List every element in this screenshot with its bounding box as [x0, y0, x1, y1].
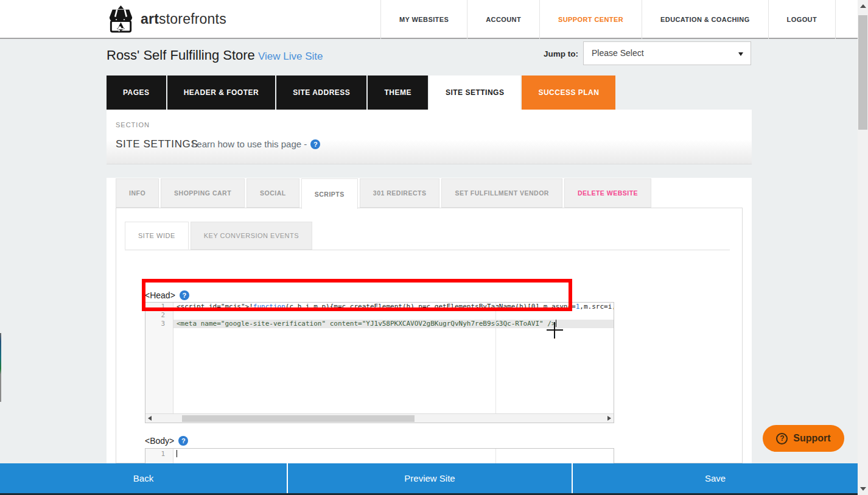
logo-word-storefronts: storefronts	[159, 11, 226, 27]
tab-scripts[interactable]: SCRIPTS	[301, 178, 358, 209]
code-text: ,m.src=i,p	[579, 303, 614, 311]
editor-ruler	[495, 303, 496, 413]
head-editor-label: <Head> ?	[145, 290, 189, 300]
scroll-left-arrow-icon[interactable]	[148, 416, 152, 421]
text-caret	[556, 320, 556, 327]
body-label-text: <Body>	[145, 436, 174, 446]
head-label-text: <Head>	[145, 290, 175, 300]
jump-to-select[interactable]: Please Select	[583, 41, 751, 65]
settings-tab-bar: INFO SHOPPING CART SOCIAL SCRIPTS 301 RE…	[116, 178, 651, 209]
section-kicker: SECTION	[116, 121, 150, 128]
logo-word-art: art	[141, 11, 159, 27]
page-title: Ross' Self Fulfilling Store	[107, 47, 255, 63]
nav-item-support-center[interactable]: SUPPORT CENTER	[540, 0, 642, 39]
scrollbar-thumb[interactable]	[858, 15, 867, 130]
jump-to-selected-value: Please Select	[592, 48, 644, 58]
code-line-1	[174, 450, 614, 458]
code-text: <meta name="google-site-verification" co…	[177, 320, 556, 328]
line-number: 2	[153, 311, 165, 320]
save-button[interactable]: Save	[573, 463, 858, 493]
tab-site-address[interactable]: SITE ADDRESS	[276, 75, 366, 110]
scripts-tab-content: SITE WIDE KEY CONVERSION EVENTS <Head> ?…	[116, 208, 743, 463]
back-button[interactable]: Back	[0, 463, 287, 493]
page-scrollbar[interactable]	[858, 0, 868, 495]
question-circle-icon: ?	[776, 433, 788, 444]
head-editor-h-scrollbar[interactable]	[145, 413, 614, 423]
footer-action-bar: Back Preview Site Save	[0, 463, 858, 493]
nav-item-education-coaching[interactable]: EDUCATION & COACHING	[642, 0, 769, 39]
tab-info[interactable]: INFO	[116, 178, 159, 208]
support-button-label: Support	[793, 433, 830, 444]
learn-link-text: Learn how to use this page -	[192, 139, 307, 149]
learn-link: Learn how to use this page - ?	[192, 139, 320, 149]
artstorefronts-logo[interactable]: artstorefronts	[107, 5, 226, 33]
tab-shopping-cart[interactable]: SHOPPING CART	[161, 178, 245, 208]
code-line-3: <meta name="google-site-verification" co…	[174, 320, 614, 328]
line-number: 3	[153, 320, 165, 328]
tab-key-conversion-events[interactable]: KEY CONVERSION EVENTS	[191, 222, 312, 250]
main-tab-bar: PAGES HEADER & FOOTER SITE ADDRESS THEME…	[107, 75, 615, 110]
tab-301-redirects[interactable]: 301 REDIRECTS	[360, 178, 440, 208]
body-editor-label: <Body> ?	[145, 436, 188, 446]
nav-item-account[interactable]: ACCOUNT	[467, 0, 540, 39]
tab-site-settings[interactable]: SITE SETTINGS	[429, 75, 521, 110]
scroll-down-arrow-icon[interactable]	[860, 487, 866, 491]
head-code-area[interactable]: <script id="mcjs">!function(c,h,i,m,p){m…	[174, 303, 614, 413]
site-settings-panel: INFO SHOPPING CART SOCIAL SCRIPTS 301 RE…	[107, 178, 752, 463]
text-caret	[177, 450, 177, 457]
chevron-down-icon	[738, 52, 743, 56]
code-text: <script id="mcjs">!	[177, 303, 253, 311]
code-keyword: function	[253, 303, 285, 311]
tab-delete-website[interactable]: DELETE WEBSITE	[564, 178, 651, 208]
code-text: (c,h,i,m,p){m=c.createElement(h),p=c.get…	[285, 303, 576, 311]
storefront-logo-icon	[107, 5, 135, 33]
tab-site-wide[interactable]: SITE WIDE	[125, 222, 189, 250]
code-line-2	[174, 311, 614, 320]
nav-item-my-websites[interactable]: MY WEBSITES	[380, 0, 467, 39]
scroll-right-arrow-icon[interactable]	[607, 416, 611, 421]
body-help-icon[interactable]: ?	[178, 436, 188, 446]
help-icon[interactable]: ?	[310, 139, 320, 149]
section-header: SECTION SITE SETTINGS Learn how to use t…	[107, 110, 752, 164]
head-editor-gutter: 1 2 3	[145, 303, 173, 413]
code-line-1: <script id="mcjs">!function(c,h,i,m,p){m…	[174, 303, 614, 311]
head-code-editor[interactable]: 1 2 3 <script id="mcjs">!function(c,h,i,…	[145, 302, 614, 423]
view-live-site-link[interactable]: View Live Site	[258, 51, 323, 63]
left-edge-strip	[0, 333, 1, 402]
preview-site-button[interactable]: Preview Site	[288, 463, 572, 493]
crosshair-cursor	[554, 322, 555, 339]
h-scrollbar-thumb[interactable]	[182, 415, 415, 422]
scroll-up-arrow-icon[interactable]	[860, 4, 866, 8]
jump-to-label: Jump to:	[544, 49, 578, 58]
section-title: SITE SETTINGS	[116, 138, 198, 150]
tab-set-fulfillment-vendor[interactable]: SET FULFILLMENT VENDOR	[441, 178, 562, 208]
line-number: 1	[153, 303, 165, 311]
tab-success-plan[interactable]: SUCCESS PLAN	[522, 75, 615, 110]
nav-menu: MY WEBSITES ACCOUNT SUPPORT CENTER EDUCA…	[380, 0, 836, 39]
support-button[interactable]: ? Support	[763, 425, 844, 452]
nav-item-logout[interactable]: LOGOUT	[769, 0, 836, 39]
top-nav: artstorefronts MY WEBSITES ACCOUNT SUPPO…	[0, 0, 858, 39]
tab-header-footer[interactable]: HEADER & FOOTER	[167, 75, 276, 110]
scripts-scope-tabs: SITE WIDE KEY CONVERSION EVENTS	[125, 222, 730, 250]
head-help-icon[interactable]: ?	[180, 290, 189, 300]
logo-wordmark: artstorefronts	[141, 11, 226, 27]
tab-pages[interactable]: PAGES	[107, 75, 166, 110]
line-number: 1	[153, 450, 165, 458]
tab-social[interactable]: SOCIAL	[247, 178, 299, 208]
tab-theme[interactable]: THEME	[368, 75, 428, 110]
